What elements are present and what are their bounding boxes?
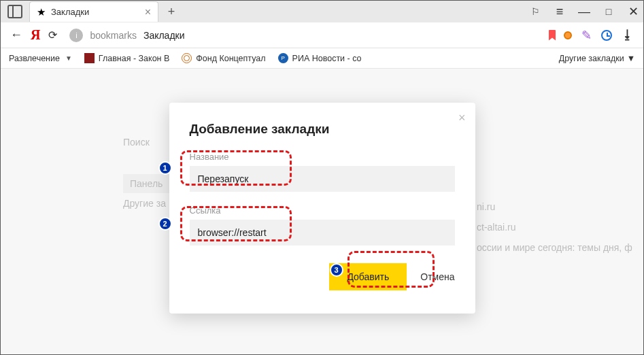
minimize-button[interactable]: — bbox=[578, 5, 590, 19]
bookmark-item-zakon[interactable]: Главная - Закон В bbox=[84, 53, 169, 63]
name-input[interactable] bbox=[190, 166, 455, 192]
window-controls: ⚐ ≡ — □ ✕ bbox=[529, 1, 639, 22]
dialog-title: Добавление закладки bbox=[190, 122, 455, 137]
close-window-button[interactable]: ✕ bbox=[627, 4, 639, 19]
url-input[interactable] bbox=[190, 220, 455, 246]
address-segment-protocol: bookmarks bbox=[90, 30, 136, 41]
new-tab-button[interactable]: + bbox=[163, 3, 180, 20]
url-field-label: Ссылка bbox=[190, 205, 455, 216]
toolbar-extensions: ✎ ⭳ bbox=[564, 28, 634, 43]
chevron-down-icon: ▼ bbox=[627, 54, 635, 63]
yandex-home-icon[interactable]: Я bbox=[31, 27, 40, 43]
sidebar-toggle-icon[interactable] bbox=[7, 5, 22, 18]
bookmark-label: Главная - Закон В bbox=[99, 54, 169, 63]
bookmark-ribbon-icon[interactable] bbox=[549, 30, 556, 41]
star-icon: ★ bbox=[37, 6, 46, 18]
bookmark-label: Развлечение bbox=[9, 54, 60, 63]
chevron-down-icon: ▼ bbox=[65, 54, 72, 62]
address-segment-page: Закладки bbox=[143, 30, 185, 41]
add-bookmark-dialog: × Добавление закладки Название Ссылка До… bbox=[169, 103, 475, 314]
downloads-icon[interactable]: ⭳ bbox=[622, 28, 634, 42]
reload-button[interactable]: ⟳ bbox=[48, 29, 57, 41]
other-bookmarks-label: Другие закладки bbox=[559, 54, 624, 63]
reader-icon[interactable]: ⚐ bbox=[529, 6, 541, 17]
annotation-badge-3: 3 bbox=[330, 263, 343, 277]
favicon-globe-icon bbox=[182, 53, 192, 63]
dialog-actions: Добавить Отмена bbox=[190, 263, 455, 290]
bookmark-label: РИА Новости - со bbox=[292, 54, 362, 63]
extension-clock-icon[interactable] bbox=[601, 30, 612, 41]
name-field-label: Название bbox=[190, 152, 455, 162]
extension-feather-icon[interactable]: ✎ bbox=[581, 28, 592, 43]
bookmark-item-ria[interactable]: Р РИА Новости - со bbox=[278, 53, 362, 63]
menu-icon[interactable]: ≡ bbox=[554, 5, 566, 19]
cancel-button[interactable]: Отмена bbox=[420, 271, 454, 282]
bookmark-label: Фонд Концептуал bbox=[196, 54, 265, 63]
tab-bookmarks[interactable]: ★ Закладки × bbox=[29, 1, 158, 22]
toolbar: ← Я ⟳ i bookmarks Закладки ✎ ⭳ bbox=[1, 22, 643, 48]
favicon-icon bbox=[84, 53, 95, 63]
maximize-button[interactable]: □ bbox=[603, 6, 615, 17]
annotation-badge-1: 1 bbox=[158, 161, 172, 175]
back-button[interactable]: ← bbox=[10, 28, 22, 42]
tab-bar: ★ Закладки × + ⚐ ≡ — □ ✕ bbox=[1, 1, 643, 22]
modal-overlay: × Добавление закладки Название Ссылка До… bbox=[1, 69, 643, 354]
address-bar[interactable]: i bookmarks Закладки bbox=[65, 29, 541, 42]
site-info-icon[interactable]: i bbox=[69, 29, 83, 42]
bookmarks-bar: Развлечение ▼ Главная - Закон В Фонд Кон… bbox=[1, 48, 643, 69]
favicon-ria-icon: Р bbox=[278, 53, 288, 63]
annotation-badge-2: 2 bbox=[158, 217, 172, 231]
page-content: Поиск Панель Другие за ni.ru ct-altai.ru… bbox=[1, 69, 643, 354]
other-bookmarks[interactable]: Другие закладки ▼ bbox=[559, 54, 635, 63]
close-tab-icon[interactable]: × bbox=[145, 6, 151, 18]
extension-dot-icon[interactable] bbox=[564, 31, 572, 39]
bookmark-item-fond[interactable]: Фонд Концептуал bbox=[182, 53, 265, 63]
tab-title: Закладки bbox=[51, 7, 139, 17]
bookmark-folder-entertainment[interactable]: Развлечение ▼ bbox=[9, 54, 72, 63]
close-dialog-button[interactable]: × bbox=[458, 111, 466, 125]
browser-window: ★ Закладки × + ⚐ ≡ — □ ✕ ← Я ⟳ i bookmar… bbox=[0, 0, 644, 355]
